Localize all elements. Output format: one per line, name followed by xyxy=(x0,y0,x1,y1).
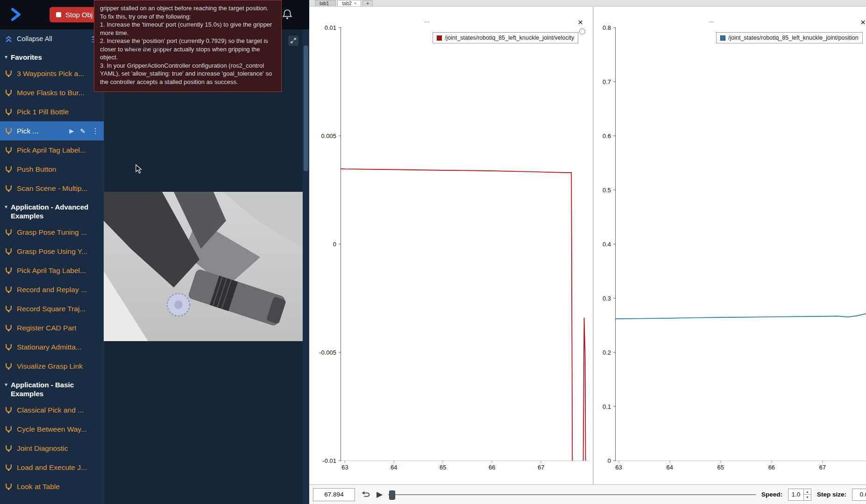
skill-gripper-icon xyxy=(5,127,13,135)
y-axis-tick-mark xyxy=(613,406,616,407)
section-header[interactable]: ▾ Favorites xyxy=(0,48,104,64)
section-header[interactable]: ▾ Application - Advanced Examples xyxy=(0,198,104,223)
collapse-all-icon xyxy=(5,35,13,43)
y-axis-tick-label: 0.005 xyxy=(321,133,336,140)
sidebar-item[interactable]: Visualize Grasp Link xyxy=(0,357,104,376)
sidebar-item[interactable]: Scan Scene - Multip... ▶ ✎ ⋮ xyxy=(0,179,104,198)
sidebar-scrollbar[interactable] xyxy=(303,29,309,504)
plot-tabs: tab1 tab2 × xyxy=(315,0,361,6)
speed-value[interactable]: 1.0 xyxy=(788,489,803,500)
sidebar-item[interactable]: Pick April Tag Label... xyxy=(0,261,104,280)
skill-gripper-icon xyxy=(5,89,13,97)
sidebar-item[interactable]: Pick April Tag Label... ▶ ✎ ⋮ xyxy=(0,140,104,160)
stop-button[interactable]: Stop Obj xyxy=(50,7,99,22)
y-axis-tick-mark xyxy=(613,190,616,190)
sidebar-item-label: Pick April Tag Label... xyxy=(17,146,86,154)
sidebar-item[interactable]: Load and Execute J... xyxy=(0,458,104,477)
step-size-field[interactable]: 0.0 xyxy=(852,489,866,501)
chart-menu-button[interactable]: ... xyxy=(424,16,430,24)
legend-swatch xyxy=(437,35,442,41)
slider-handle[interactable] xyxy=(389,490,395,500)
speed-spinbox[interactable]: 1.0 ▲ ▼ xyxy=(788,489,811,501)
playback-toolbar: 67.894 ▶ Speed: 1.0 ▲ ▼ Step size: 0.0 xyxy=(309,484,866,504)
y-axis-tick-label: 0 xyxy=(333,241,336,248)
edit-icon[interactable]: ✎ xyxy=(80,127,85,135)
sidebar-item-label: Look at Table xyxy=(17,483,60,491)
x-axis-tick-mark xyxy=(822,461,823,463)
sidebar-item[interactable]: Grasp Pose Using Y... xyxy=(0,242,104,261)
slider-track[interactable] xyxy=(388,494,756,495)
sidebar-item[interactable]: Register CAD Part xyxy=(0,318,104,337)
section-header[interactable]: ▾ Application - Basic Examples xyxy=(0,376,104,400)
sidebar-item-label: Scan Scene - Multip... xyxy=(17,184,88,193)
x-axis-tick-label: 64 xyxy=(666,464,673,471)
legend-label: /joint_states/robotiq_85_left_knuckle_jo… xyxy=(445,35,574,41)
y-axis-tick-mark xyxy=(339,461,341,461)
x-axis-tick-mark xyxy=(771,461,772,463)
loop-button[interactable] xyxy=(361,490,371,500)
tab-label: tab2 xyxy=(342,0,351,6)
sidebar-item-label: Record and Replay ... xyxy=(17,286,87,294)
x-axis-tick-label: 63 xyxy=(341,464,348,471)
sidebar-item[interactable]: Look at Table xyxy=(0,477,104,496)
y-axis-tick-mark xyxy=(613,136,616,136)
legend-position[interactable]: /joint_states/robotiq_85_left_knuckle_jo… xyxy=(716,32,863,43)
sidebar-item[interactable]: Record Square Traj... xyxy=(0,299,104,318)
loop-icon xyxy=(361,490,371,500)
timeline-slider[interactable] xyxy=(388,490,756,499)
plot-area-velocity[interactable]: 0.010.0050-0.005-0.016364656667 xyxy=(341,28,589,461)
collapse-all-row[interactable]: Collapse All xyxy=(0,29,104,48)
sidebar-item[interactable]: Classical Pick and ... xyxy=(0,400,104,420)
app-logo-icon[interactable] xyxy=(7,6,24,23)
play-button[interactable]: ▶ xyxy=(376,490,383,499)
sidebar-item[interactable]: Pick 1 Pill Bottle ▶ ✎ ⋮ xyxy=(0,102,104,121)
y-axis-tick-label: 0.3 xyxy=(603,295,611,302)
tooltip-line: To fix this, try one of the following: xyxy=(100,13,276,21)
skill-gripper-icon xyxy=(5,343,13,351)
sidebar-item-label: Pick 1 Pill Bottle xyxy=(17,108,69,116)
x-axis-tick-label: 67 xyxy=(538,464,544,471)
sidebar-item[interactable]: 3 Waypoints Pick a... ▶ ✎ ⋮ xyxy=(0,64,104,83)
y-axis-tick-label: 0.2 xyxy=(603,349,611,356)
x-axis-tick-mark xyxy=(720,461,721,463)
chart-menu-button[interactable]: ... xyxy=(709,16,714,24)
sidebar-item[interactable]: Push Button ▶ ✎ ⋮ xyxy=(0,160,104,179)
sidebar-item[interactable]: Stationary Admitta... xyxy=(0,337,104,357)
section-title: Favorites xyxy=(11,53,42,62)
sidebar-item[interactable]: Cycle Between Way... xyxy=(0,420,104,439)
spin-down-icon[interactable]: ▼ xyxy=(804,495,811,500)
add-tab-button[interactable]: + xyxy=(362,0,373,6)
sidebar-item-label: Grasp Pose Tuning ... xyxy=(17,228,87,237)
sidebar-item-label: Classical Pick and ... xyxy=(17,406,84,414)
skill-gripper-icon xyxy=(5,108,13,116)
notifications-bell-icon[interactable] xyxy=(281,8,293,21)
kebab-menu-icon[interactable]: ⋮ xyxy=(92,126,99,135)
play-icon[interactable]: ▶ xyxy=(69,127,74,134)
sidebar-item[interactable]: Joint Diagnostic xyxy=(0,439,104,458)
sidebar-item[interactable]: Grasp Pose Tuning ... xyxy=(0,223,104,242)
expand-arrows-icon xyxy=(290,37,297,44)
scrollbar-thumb[interactable] xyxy=(304,45,308,171)
expand-panel-button[interactable] xyxy=(288,35,298,46)
current-time-field[interactable]: 67.894 xyxy=(313,488,355,501)
sidebar-item[interactable]: Pick ... ▶ ✎ ⋮ xyxy=(0,121,104,140)
close-icon[interactable]: × xyxy=(578,17,583,28)
spin-up-icon[interactable]: ▲ xyxy=(804,489,811,495)
y-axis-tick-mark xyxy=(613,28,616,28)
curve-marker[interactable] xyxy=(579,28,585,35)
x-axis-tick-mark xyxy=(669,461,670,463)
viewport-3d-gripper[interactable] xyxy=(104,192,303,341)
charts-region: ... × /joint_states/robotiq_85_left_knuc… xyxy=(309,6,866,484)
sidebar-item-label: Load and Execute J... xyxy=(17,463,87,472)
close-icon[interactable]: × xyxy=(860,17,866,28)
plot-area-position[interactable]: 00.10.20.30.40.50.60.70.86364656667 xyxy=(615,28,866,461)
sidebar-item[interactable]: Record and Replay ... xyxy=(0,280,104,299)
sidebar-item[interactable]: Move Flasks to Bur... ▶ ✎ ⋮ xyxy=(0,83,104,102)
chart-velocity: ... × /joint_states/robotiq_85_left_knuc… xyxy=(309,6,593,484)
x-axis-tick-label: 65 xyxy=(717,464,724,471)
plot-tab[interactable]: tab2 × xyxy=(337,0,361,6)
skill-gripper-icon xyxy=(5,266,13,274)
legend-velocity[interactable]: /joint_states/robotiq_85_left_knuckle_jo… xyxy=(433,32,578,43)
plot-tab[interactable]: tab1 xyxy=(315,0,336,6)
tab-close-icon[interactable]: × xyxy=(354,1,356,6)
